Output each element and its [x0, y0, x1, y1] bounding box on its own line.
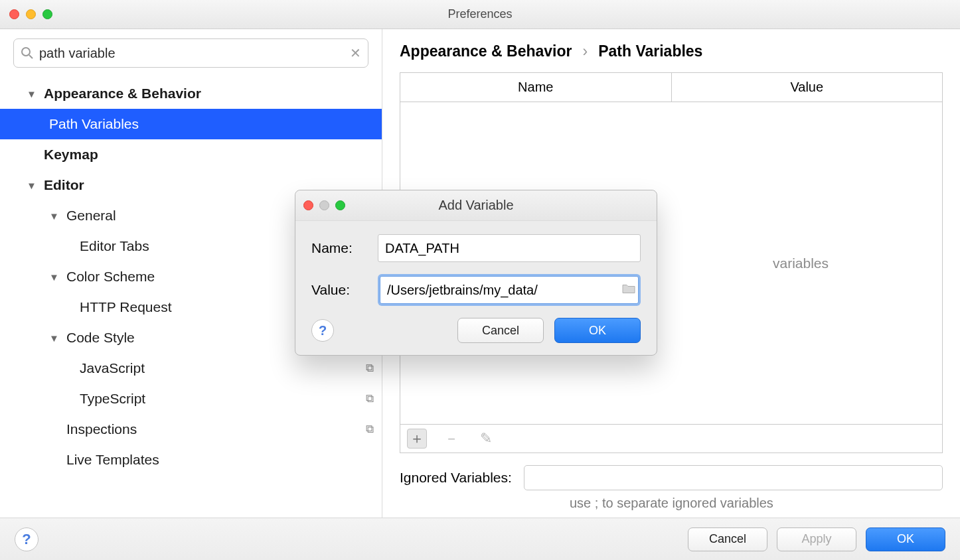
edit-button[interactable]: ✎: [476, 429, 496, 449]
tree-inspections[interactable]: Inspections⧉: [0, 414, 382, 445]
modal-cancel-button[interactable]: Cancel: [457, 318, 544, 343]
remove-button[interactable]: －: [441, 429, 461, 449]
chevron-down-icon: ▼: [49, 271, 66, 283]
window-titlebar: Preferences: [0, 0, 960, 29]
override-icon: ⧉: [366, 423, 374, 436]
chevron-down-icon: ▼: [27, 180, 44, 191]
svg-line-1: [29, 55, 33, 58]
add-button[interactable]: ＋: [407, 429, 427, 449]
add-variable-dialog: Add Variable Name: Value: ? Cancel OK: [295, 190, 657, 356]
tree-path-variables[interactable]: Path Variables: [0, 109, 382, 139]
chevron-down-icon: ▼: [27, 88, 44, 100]
chevron-down-icon: ▼: [49, 332, 66, 344]
search-box[interactable]: ✕: [13, 38, 368, 68]
modal-value-input[interactable]: [380, 276, 639, 304]
breadcrumb: Appearance & Behavior › Path Variables: [400, 42, 943, 60]
ignored-label: Ignored Variables:: [400, 470, 512, 486]
dialog-footer: ? Cancel Apply OK: [0, 518, 960, 560]
ok-button[interactable]: OK: [866, 527, 945, 551]
column-header-name[interactable]: Name: [400, 73, 672, 102]
override-icon: ⧉: [366, 392, 374, 405]
modal-name-input[interactable]: [378, 234, 641, 262]
folder-browse-icon[interactable]: [622, 283, 635, 297]
search-icon: [21, 46, 34, 60]
svg-point-0: [22, 48, 30, 56]
search-input[interactable]: [34, 46, 350, 61]
modal-title: Add Variable: [295, 198, 657, 213]
ignored-input[interactable]: [524, 465, 943, 490]
modal-value-label: Value:: [311, 282, 378, 298]
tree-live-templates[interactable]: Live Templates: [0, 445, 382, 475]
override-icon: ⧉: [366, 362, 374, 375]
cancel-button[interactable]: Cancel: [688, 527, 767, 551]
apply-button[interactable]: Apply: [777, 527, 856, 551]
modal-ok-button[interactable]: OK: [554, 318, 641, 343]
tree-typescript[interactable]: TypeScript⧉: [0, 384, 382, 414]
tree-keymap[interactable]: Keymap: [0, 139, 382, 170]
chevron-right-icon: ›: [582, 42, 588, 60]
window-title: Preferences: [0, 7, 960, 21]
tree-appearance-behavior[interactable]: ▼Appearance & Behavior: [0, 78, 382, 109]
table-toolbar: ＋ － ✎: [400, 424, 943, 453]
clear-search-icon[interactable]: ✕: [350, 45, 361, 61]
modal-name-label: Name:: [311, 240, 378, 256]
column-header-value[interactable]: Value: [672, 73, 943, 102]
tree-javascript[interactable]: JavaScript⧉: [0, 353, 382, 384]
help-button[interactable]: ?: [15, 527, 39, 551]
chevron-down-icon: ▼: [49, 210, 66, 222]
breadcrumb-root[interactable]: Appearance & Behavior: [400, 42, 572, 60]
modal-help-button[interactable]: ?: [311, 319, 334, 342]
ignored-hint: use ; to separate ignored variables: [400, 496, 943, 511]
breadcrumb-leaf: Path Variables: [598, 42, 702, 60]
